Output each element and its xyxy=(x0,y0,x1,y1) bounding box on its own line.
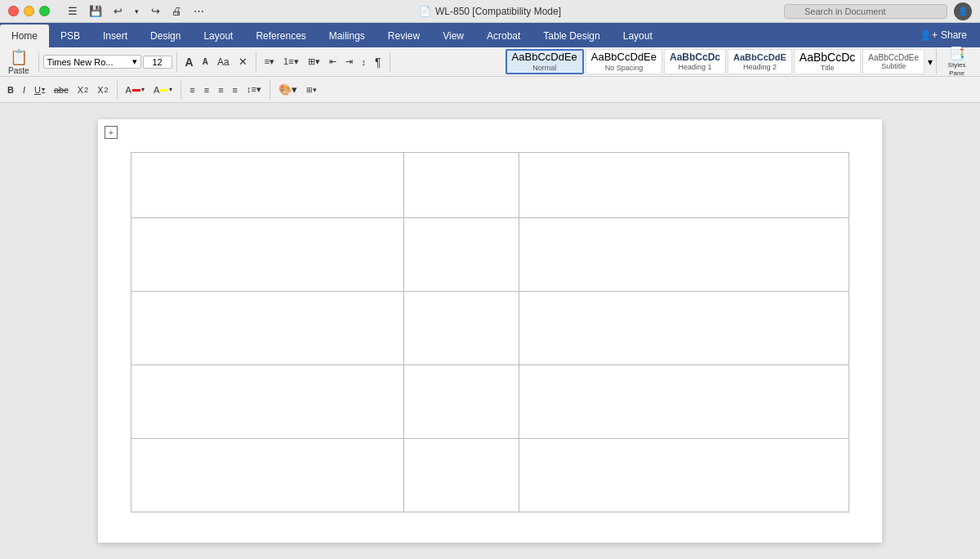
tab-acrobat[interactable]: Acrobat xyxy=(475,25,532,47)
style-title[interactable]: AaBbCcDc Title xyxy=(794,49,861,74)
table-cell[interactable] xyxy=(519,153,849,218)
font-size-selector[interactable]: 12 xyxy=(143,56,172,69)
table-move-handle[interactable]: + xyxy=(105,126,118,139)
tab-insert[interactable]: Insert xyxy=(91,25,139,47)
user-avatar[interactable]: 👤 xyxy=(954,2,972,20)
style-heading2-preview: AaBbCcDdE xyxy=(733,52,786,62)
italic-button[interactable]: I xyxy=(19,83,29,97)
table-row xyxy=(131,292,849,365)
ribbon-tabs: Home PSB Insert Design Layout References… xyxy=(0,23,980,47)
underline-button[interactable]: U▾ xyxy=(30,83,49,97)
shading-button[interactable]: 🎨▾ xyxy=(274,81,301,98)
undo-button[interactable]: ↩ xyxy=(110,4,126,18)
title-bar: ☰ 💾 ↩ ▾ ↪ 🖨 ⋯ 📄 WL-850 [Compatibility Mo… xyxy=(0,0,980,23)
undo-dropdown[interactable]: ▾ xyxy=(131,5,143,18)
align-center-button[interactable]: ≡ xyxy=(200,83,213,97)
clear-format-button[interactable]: ✕ xyxy=(234,53,252,70)
align-justify-button[interactable]: ≡ xyxy=(229,83,242,97)
table-cell[interactable] xyxy=(404,153,519,218)
numbering-button[interactable]: 1≡▾ xyxy=(279,54,303,69)
share-icon: 👤+ xyxy=(920,29,938,41)
style-heading2[interactable]: AaBbCcDdE Heading 2 xyxy=(728,49,792,74)
window-controls: ☰ 💾 ↩ ▾ ↪ 🖨 ⋯ xyxy=(8,4,207,18)
multilevel-list-button[interactable]: ⊞▾ xyxy=(304,54,324,69)
highlight-button[interactable]: A ▾ xyxy=(149,83,176,97)
borders-button[interactable]: ⊞▾ xyxy=(302,83,321,96)
table-cell[interactable] xyxy=(404,439,519,512)
sort-button[interactable]: ↕ xyxy=(358,55,371,69)
tab-mailings[interactable]: Mailings xyxy=(318,25,376,47)
strikethrough-button[interactable]: abc xyxy=(50,83,73,97)
print-button[interactable]: 🖨 xyxy=(168,4,185,18)
toolbar-row2: B I U▾ abc X2 X2 A ▾ A ▾ ≡ ≡ ≡ ≡ ↕≡▾ 🎨▾ … xyxy=(0,77,980,103)
table-cell[interactable] xyxy=(131,153,404,218)
style-normal[interactable]: AaBbCcDdEe Normal xyxy=(506,49,584,74)
table-cell[interactable] xyxy=(519,439,849,512)
style-subtitle[interactable]: AaBbCcDdEe Subtitle xyxy=(862,49,924,74)
tab-layout[interactable]: Layout xyxy=(192,25,244,47)
table-row xyxy=(131,439,849,512)
dropdown-arrow-icon: ▾ xyxy=(132,56,137,67)
table-cell[interactable] xyxy=(404,218,519,292)
format-group: B I U▾ abc X2 X2 xyxy=(3,83,113,97)
line-spacing-button[interactable]: ↕≡▾ xyxy=(243,82,265,97)
style-heading1[interactable]: AaBbCcDc Heading 1 xyxy=(664,49,726,74)
table-cell[interactable] xyxy=(519,218,849,292)
color-group: A ▾ A ▾ xyxy=(122,83,177,97)
font-grow-button[interactable]: A xyxy=(181,53,198,71)
tab-design[interactable]: Design xyxy=(139,25,192,47)
style-no-spacing-preview: AaBbCcDdEe xyxy=(591,51,657,63)
table-cell[interactable] xyxy=(131,218,404,292)
bullets-button[interactable]: ≡▾ xyxy=(261,54,278,69)
font-color-button[interactable]: A ▾ xyxy=(122,83,149,97)
table-cell[interactable] xyxy=(519,292,849,365)
table-cell[interactable] xyxy=(404,365,519,439)
table-cell[interactable] xyxy=(404,292,519,365)
decrease-indent-button[interactable]: ⇤ xyxy=(325,54,341,69)
tab-psb[interactable]: PSB xyxy=(49,25,91,47)
superscript-button[interactable]: X2 xyxy=(93,83,112,97)
table-row xyxy=(131,153,849,218)
share-button[interactable]: 👤+ Share xyxy=(913,23,973,47)
table-cell[interactable] xyxy=(519,365,849,439)
align-right-button[interactable]: ≡ xyxy=(214,83,227,97)
tab-review[interactable]: Review xyxy=(376,25,431,47)
minimize-button[interactable] xyxy=(24,6,34,16)
close-button[interactable] xyxy=(8,6,19,16)
table-cell[interactable] xyxy=(131,292,404,365)
show-formatting-button[interactable]: ¶ xyxy=(371,53,385,71)
change-case-button[interactable]: Aa xyxy=(213,54,234,70)
search-input[interactable]: Search in Document xyxy=(784,4,947,19)
font-shrink-button[interactable]: A xyxy=(198,55,212,69)
table-row xyxy=(131,365,849,439)
tab-layout2[interactable]: Layout xyxy=(612,25,664,47)
subscript-button[interactable]: X2 xyxy=(74,83,92,97)
sep6 xyxy=(180,80,181,100)
tab-home[interactable]: Home xyxy=(0,25,49,47)
more-controls-button[interactable]: ⋯ xyxy=(190,4,207,18)
style-subtitle-preview: AaBbCcDdEe xyxy=(868,53,919,62)
tab-table-design[interactable]: Table Design xyxy=(532,25,611,47)
tab-references[interactable]: References xyxy=(244,25,317,47)
table-cell[interactable] xyxy=(131,439,404,512)
title-bar-right: 🔍 Search in Document 👤 xyxy=(784,2,972,20)
save-button[interactable]: 💾 xyxy=(86,4,105,18)
styles-more-button[interactable]: ▾ xyxy=(926,49,934,74)
bold-button[interactable]: B xyxy=(3,83,18,97)
toolbar-row1: 📋 Paste Times New Ro... ▾ 12 A A Aa ✕ ≡▾… xyxy=(0,47,980,77)
align-left-button[interactable]: ≡ xyxy=(185,83,198,97)
sidebar-toggle-button[interactable]: ☰ xyxy=(65,4,81,18)
styles-pane-button[interactable]: 📑 Styles Pane xyxy=(936,49,977,74)
increase-indent-button[interactable]: ⇥ xyxy=(341,54,357,69)
maximize-button[interactable] xyxy=(39,6,50,16)
style-normal-preview: AaBbCcDdEe xyxy=(512,51,577,63)
tab-view[interactable]: View xyxy=(431,25,475,47)
font-color-swatch xyxy=(132,89,140,92)
table-cell[interactable] xyxy=(131,365,404,439)
redo-button[interactable]: ↪ xyxy=(148,4,163,18)
paste-icon: 📋 xyxy=(10,48,28,66)
font-name-selector[interactable]: Times New Ro... ▾ xyxy=(43,55,141,69)
style-no-spacing[interactable]: AaBbCcDdEe No Spacing xyxy=(586,49,662,74)
paste-button[interactable]: 📋 Paste xyxy=(3,47,34,77)
styles-pane-icon: 📑 xyxy=(949,46,965,61)
